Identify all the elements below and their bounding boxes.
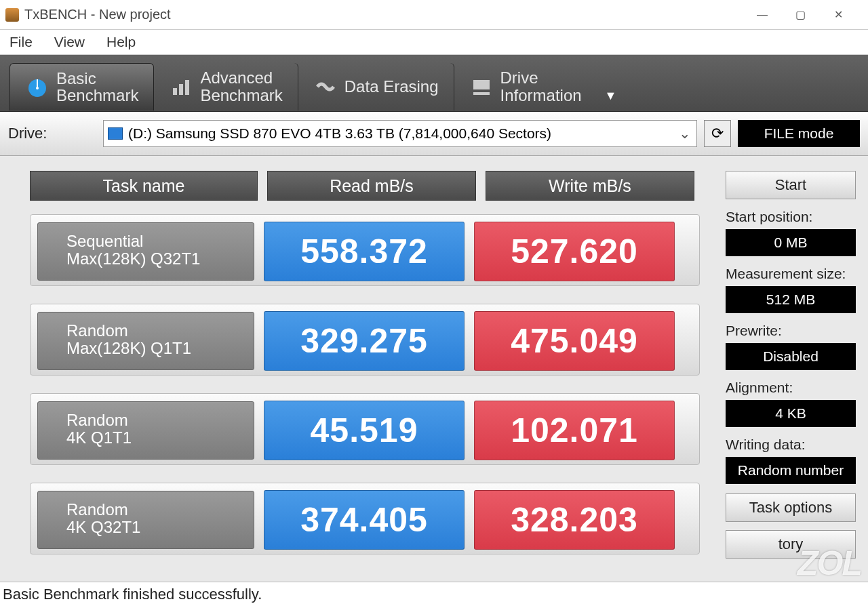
- start-button[interactable]: Start: [726, 171, 856, 199]
- watermark-text: ZOL: [797, 544, 861, 582]
- tab-drive-information[interactable]: DriveInformation: [454, 63, 597, 110]
- table-row: Random Max(128K) Q1T1 329.275 475.049: [30, 304, 700, 376]
- table-row: Random 4K Q32T1 374.405 328.203: [30, 483, 700, 554]
- task-name: Random 4K Q1T1: [37, 401, 254, 460]
- status-bar: Basic Benchmark finished successfully.: [0, 582, 868, 606]
- maximize-button[interactable]: ▢: [792, 7, 808, 23]
- svg-rect-4: [179, 84, 183, 95]
- file-mode-button[interactable]: FILE mode: [738, 120, 860, 147]
- measurement-size-label: Measurement size:: [726, 266, 856, 282]
- task-name: Sequential Max(128K) Q32T1: [37, 222, 254, 281]
- bars-icon: [169, 75, 193, 99]
- menu-view[interactable]: View: [54, 34, 85, 50]
- tab-label: Benchmark: [200, 87, 282, 104]
- window-controls: — ▢ ✕: [754, 7, 863, 23]
- table-row: Sequential Max(128K) Q32T1 558.372 527.6…: [30, 214, 700, 286]
- tab-basic-benchmark[interactable]: BasicBenchmark: [9, 63, 154, 110]
- tabs-overflow-icon[interactable]: ▼: [601, 89, 621, 103]
- task-name-l2: 4K Q32T1: [66, 519, 254, 536]
- main-area: Task name Read mB/s Write mB/s Sequentia…: [0, 156, 868, 582]
- drive-select[interactable]: (D:) Samsung SSD 870 EVO 4TB 3.63 TB (7,…: [103, 120, 697, 147]
- minimize-button[interactable]: —: [754, 7, 770, 23]
- read-value: 329.275: [264, 311, 465, 371]
- disk-icon: [108, 127, 123, 140]
- alignment-value[interactable]: 4 KB: [726, 400, 856, 427]
- menu-bar: File View Help: [0, 30, 868, 55]
- benchmark-header: Task name Read mB/s Write mB/s: [30, 171, 700, 201]
- refresh-icon: ⟳: [711, 125, 724, 142]
- tab-data-erasing[interactable]: Data Erasing: [298, 63, 454, 110]
- tab-advanced-benchmark[interactable]: AdvancedBenchmark: [154, 63, 298, 110]
- watermark: ZOL: [797, 544, 861, 583]
- write-value: 527.620: [474, 222, 675, 281]
- svg-rect-5: [185, 80, 189, 95]
- task-name-l1: Random: [66, 411, 254, 429]
- gauge-icon: [25, 75, 50, 99]
- svg-rect-7: [473, 92, 490, 95]
- tab-label: Drive: [500, 69, 582, 86]
- writing-data-label: Writing data:: [726, 437, 856, 453]
- prewrite-value[interactable]: Disabled: [726, 343, 856, 370]
- status-text: Basic Benchmark finished successfully.: [3, 586, 262, 603]
- task-name-l2: Max(128K) Q32T1: [66, 250, 254, 268]
- drive-icon: [469, 75, 494, 99]
- write-value: 475.049: [474, 311, 675, 371]
- task-name: Random 4K Q32T1: [37, 491, 254, 549]
- svg-point-2: [36, 87, 39, 89]
- header-read: Read mB/s: [267, 171, 476, 201]
- tab-label: Benchmark: [56, 87, 138, 104]
- start-position-label: Start position:: [726, 209, 856, 225]
- drive-label: Drive:: [8, 125, 96, 142]
- erase-icon: [313, 75, 338, 99]
- tab-bar: BasicBenchmark AdvancedBenchmark Data Er…: [0, 55, 868, 112]
- tab-label: Data Erasing: [344, 78, 439, 95]
- drive-select-value: (D:) Samsung SSD 870 EVO 4TB 3.63 TB (7,…: [128, 125, 551, 142]
- header-taskname: Task name: [30, 171, 258, 201]
- read-value: 558.372: [264, 222, 465, 281]
- refresh-button[interactable]: ⟳: [704, 120, 731, 147]
- table-row: Random 4K Q1T1 45.519 102.071: [30, 393, 700, 465]
- tab-label: Information: [500, 87, 582, 104]
- app-icon: [5, 8, 19, 22]
- chevron-down-icon: ⌄: [679, 125, 691, 142]
- window-title: TxBENCH - New project: [24, 7, 754, 22]
- svg-rect-6: [473, 80, 490, 89]
- measurement-size-value[interactable]: 512 MB: [726, 286, 856, 313]
- side-panel: Start Start position: 0 MB Measurement s…: [722, 159, 868, 582]
- write-value: 102.071: [474, 401, 675, 460]
- task-name-l2: Max(128K) Q1T1: [66, 340, 254, 357]
- menu-help[interactable]: Help: [106, 34, 136, 50]
- prewrite-label: Prewrite:: [726, 323, 856, 339]
- close-button[interactable]: ✕: [830, 7, 846, 23]
- task-options-button[interactable]: Task options: [726, 493, 856, 522]
- start-position-value[interactable]: 0 MB: [726, 229, 856, 256]
- header-write: Write mB/s: [486, 171, 694, 201]
- task-name-l1: Random: [66, 501, 254, 519]
- tab-label: Basic: [56, 70, 138, 87]
- drive-bar: Drive: (D:) Samsung SSD 870 EVO 4TB 3.63…: [0, 112, 868, 156]
- read-value: 45.519: [264, 401, 465, 460]
- alignment-label: Alignment:: [726, 380, 856, 396]
- task-name: Random Max(128K) Q1T1: [37, 312, 254, 370]
- write-value: 328.203: [474, 490, 675, 550]
- task-name-l1: Random: [66, 322, 254, 340]
- task-name-l2: 4K Q1T1: [66, 429, 254, 447]
- svg-rect-3: [173, 88, 177, 95]
- title-bar: TxBENCH - New project — ▢ ✕: [0, 0, 868, 30]
- benchmark-rows: Sequential Max(128K) Q32T1 558.372 527.6…: [30, 214, 700, 554]
- tab-label: Advanced: [200, 69, 282, 86]
- task-name-l1: Sequential: [66, 233, 254, 250]
- writing-data-value[interactable]: Random number: [726, 457, 856, 484]
- menu-file[interactable]: File: [9, 34, 33, 50]
- read-value: 374.405: [264, 490, 465, 550]
- benchmark-area: Task name Read mB/s Write mB/s Sequentia…: [0, 159, 722, 582]
